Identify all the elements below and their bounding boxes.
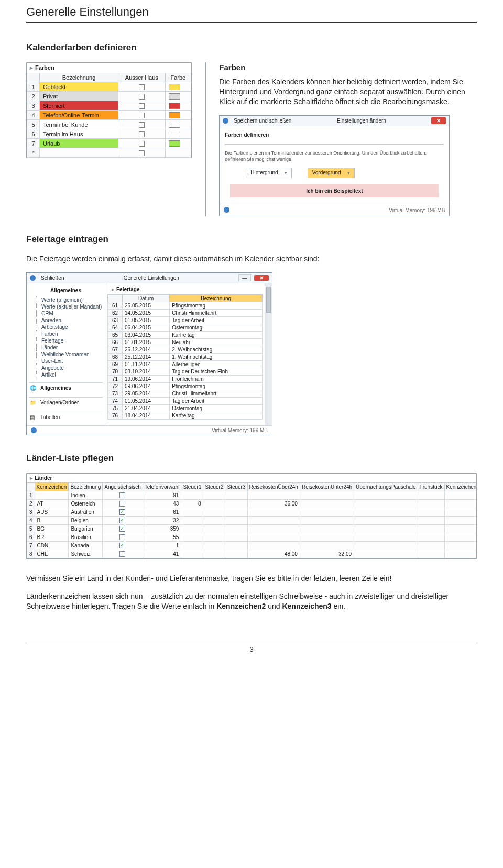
- datum-cell[interactable]: 18.04.2014: [123, 412, 170, 419]
- table-row[interactable]: 1Indien91: [27, 491, 477, 499]
- row-number: 67: [108, 346, 123, 353]
- datum-cell[interactable]: 25.05.2015: [123, 302, 170, 309]
- table-row[interactable]: 5BGBulgarien359: [27, 524, 477, 533]
- datum-cell[interactable]: 26.12.2014: [123, 346, 170, 353]
- tree-item[interactable]: CRM: [34, 310, 103, 317]
- sub-farben: Farben: [219, 62, 477, 73]
- datum-cell[interactable]: 09.06.2014: [123, 382, 170, 390]
- table-row[interactable]: 3AUSAustralien61: [27, 508, 477, 516]
- tree-item[interactable]: Anreden: [34, 317, 103, 324]
- tree-item[interactable]: User-Exit: [34, 358, 103, 365]
- tree-item[interactable]: Feiertage: [34, 337, 103, 344]
- row-number: 76: [108, 412, 123, 419]
- farbe-swatch[interactable]: [165, 139, 191, 148]
- section-allgemeines[interactable]: 🌐Allgemeines: [29, 382, 103, 393]
- ausserhaus-checkbox[interactable]: [118, 120, 166, 129]
- datum-cell[interactable]: 01.05.2015: [123, 316, 170, 324]
- bezeichnung-cell[interactable]: 1. Weihnachtstag: [170, 353, 263, 360]
- datum-cell[interactable]: 01.11.2014: [123, 360, 170, 368]
- datum-cell[interactable]: 21.04.2014: [123, 404, 170, 412]
- ausserhaus-checkbox[interactable]: [118, 101, 166, 111]
- datum-cell[interactable]: 06.04.2015: [123, 324, 170, 331]
- bezeichnung-cell[interactable]: Fronleichnam: [170, 375, 263, 382]
- tree-item[interactable]: Werte (allgemein): [34, 296, 103, 303]
- bezeichnung-cell[interactable]: Tag der Arbeit: [170, 316, 263, 324]
- bezeichnung-cell[interactable]: Urlaub: [40, 139, 118, 148]
- bezeichnung-cell[interactable]: Ostermontag: [170, 324, 263, 331]
- datum-cell[interactable]: 29.05.2014: [123, 390, 170, 397]
- farbe-swatch[interactable]: [165, 120, 191, 129]
- row-number: 61: [108, 302, 123, 309]
- farbe-swatch[interactable]: [165, 129, 191, 139]
- bezeichnung-cell[interactable]: Geblockt: [40, 82, 118, 92]
- section-tabellen[interactable]: ▤Tabellen: [29, 412, 103, 422]
- ausserhaus-checkbox[interactable]: [118, 82, 166, 92]
- tree-item[interactable]: Arbeitstage: [34, 324, 103, 331]
- farbe-swatch[interactable]: [165, 111, 191, 120]
- close-icon[interactable]: ✕: [431, 117, 446, 125]
- add-row[interactable]: *: [27, 148, 40, 158]
- tree-item[interactable]: Weibliche Vornamen: [34, 351, 103, 358]
- datum-cell[interactable]: 01.05.2014: [123, 397, 170, 404]
- sample-text: Ich bin ein Beispieltext: [230, 184, 439, 198]
- ausserhaus-checkbox[interactable]: [118, 129, 166, 139]
- bezeichnung-cell[interactable]: Karfreitag: [170, 331, 263, 338]
- bezeichnung-cell[interactable]: Pfingstmontag: [170, 302, 263, 309]
- tree-item[interactable]: Farben: [34, 331, 103, 337]
- tree-item[interactable]: Angebote: [34, 365, 103, 371]
- close-button[interactable]: Schließen: [41, 275, 64, 281]
- bezeichnung-cell[interactable]: Ostermontag: [170, 404, 263, 412]
- hintergrund-dropdown[interactable]: Hintergrund▾: [246, 168, 291, 178]
- tree-item[interactable]: Artikel: [34, 371, 103, 378]
- save-button[interactable]: Speichern und schließen: [234, 117, 291, 125]
- datum-cell[interactable]: 19.06.2014: [123, 375, 170, 382]
- ausserhaus-checkbox[interactable]: [118, 92, 166, 101]
- table-row[interactable]: 8CHESchweiz4148,0032,00: [27, 550, 477, 558]
- bezeichnung-cell[interactable]: Storniert: [40, 101, 118, 111]
- ausserhaus-checkbox[interactable]: [118, 111, 166, 120]
- bezeichnung-cell[interactable]: Tag der Arbeit: [170, 397, 263, 404]
- datum-cell[interactable]: 25.12.2014: [123, 353, 170, 360]
- bezeichnung-cell[interactable]: Pfingstmontag: [170, 382, 263, 390]
- settings-tree[interactable]: Allgemeines Werte (allgemein)Werte (aktu…: [27, 283, 105, 425]
- bezeichnung-cell[interactable]: Christi Himmelfahrt: [170, 309, 263, 316]
- farbe-swatch[interactable]: [165, 92, 191, 101]
- datum-cell[interactable]: 03.04.2015: [123, 331, 170, 338]
- bezeichnung-cell[interactable]: Privat: [40, 92, 118, 101]
- scrollbar[interactable]: [265, 283, 272, 425]
- bezeichnung-cell[interactable]: Allerheiligen: [170, 360, 263, 368]
- globe-icon: 🌐: [30, 385, 37, 391]
- expand-icon[interactable]: ▸: [112, 287, 114, 292]
- section-vorlagen[interactable]: 📁Vorlagen/Ordner: [29, 397, 103, 408]
- expand-icon[interactable]: ▸: [30, 475, 32, 481]
- close-icon[interactable]: ✕: [254, 275, 269, 281]
- hint-text: Die Farben dienen im Terminkalender zur …: [225, 150, 444, 162]
- datum-cell[interactable]: 03.10.2014: [123, 368, 170, 375]
- bezeichnung-cell[interactable]: Karfreitag: [170, 412, 263, 419]
- tree-item[interactable]: Werte (aktueller Mandant): [34, 303, 103, 310]
- farbe-swatch[interactable]: [165, 82, 191, 92]
- laender-caption: Länder: [35, 475, 52, 481]
- tree-item[interactable]: Länder: [34, 344, 103, 351]
- table-row[interactable]: 7CDNKanada1: [27, 541, 477, 550]
- table-row[interactable]: 2ATÖsterreich43836,00: [27, 499, 477, 508]
- app-icon: [30, 275, 36, 281]
- table-row[interactable]: 4BBelgien32: [27, 516, 477, 524]
- bezeichnung-cell[interactable]: Tag der Deutschen Einh: [170, 368, 263, 375]
- ausserhaus-checkbox[interactable]: [118, 139, 166, 148]
- farbe-swatch[interactable]: [165, 101, 191, 111]
- datum-cell[interactable]: 14.05.2015: [123, 309, 170, 316]
- bezeichnung-cell[interactable]: Telefon/Online-Termin: [40, 111, 118, 120]
- minimize-icon[interactable]: —: [238, 274, 251, 281]
- bezeichnung-cell[interactable]: Neujahr: [170, 338, 263, 346]
- bezeichnung-cell[interactable]: Termin bei Kunde: [40, 120, 118, 129]
- bezeichnung-cell[interactable]: Termin im Haus: [40, 129, 118, 139]
- bezeichnung-cell[interactable]: Christi Himmelfahrt: [170, 390, 263, 397]
- datum-cell[interactable]: 01.01.2015: [123, 338, 170, 346]
- row-number: 69: [108, 360, 123, 368]
- expand-icon[interactable]: ▸: [30, 64, 33, 71]
- text-kennzeichen: Länderkennzeichen lassen sich nun – zusä…: [26, 591, 477, 611]
- bezeichnung-cell[interactable]: 2. Weihnachtstag: [170, 346, 263, 353]
- table-row[interactable]: 6BRBrasilien55: [27, 533, 477, 541]
- vordergrund-dropdown[interactable]: Vordergrund▾: [308, 168, 355, 178]
